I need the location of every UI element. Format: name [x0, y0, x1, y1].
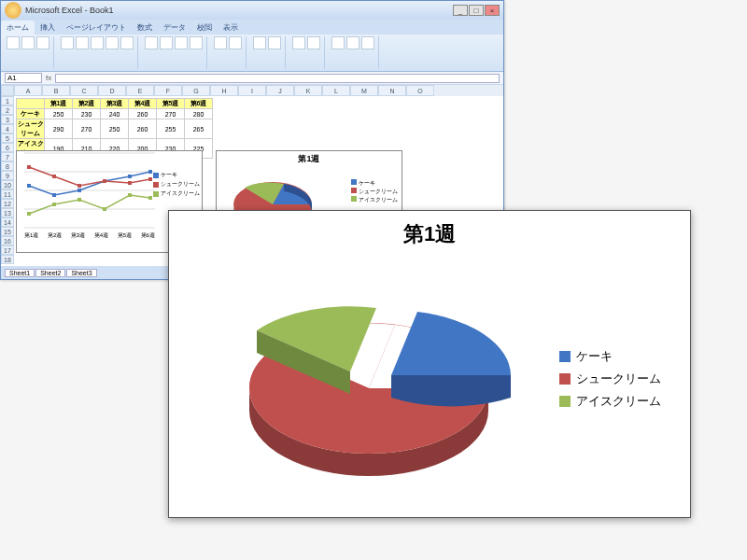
ribbon-tabs: ホーム 挿入 ページレイアウト 数式 データ 校閲 表示	[1, 20, 503, 35]
row-header[interactable]: 12	[1, 199, 14, 208]
cell[interactable]: 255	[157, 119, 185, 139]
office-button-icon[interactable]	[5, 2, 21, 19]
minimize-button[interactable]: _	[453, 5, 468, 16]
col-header[interactable]: O	[406, 85, 434, 96]
row-header[interactable]: 6	[1, 143, 14, 152]
col-header[interactable]: K	[294, 85, 322, 96]
row-label[interactable]: シュークリーム	[17, 119, 45, 139]
ribbon-tab-formulas[interactable]: 数式	[132, 21, 158, 35]
col-header[interactable]: J	[266, 85, 294, 96]
col-header[interactable]: L	[322, 85, 350, 96]
cell[interactable]: 290	[45, 119, 73, 139]
select-all-corner[interactable]	[1, 85, 14, 96]
col-header[interactable]: N	[378, 85, 406, 96]
copy-icon[interactable]	[36, 36, 49, 49]
close-button[interactable]: ×	[485, 5, 500, 16]
corner-cell[interactable]	[17, 99, 45, 109]
row-header[interactable]: 16	[1, 236, 14, 245]
italic-icon[interactable]	[76, 36, 89, 49]
delete-cell-icon[interactable]	[307, 36, 320, 49]
col-header[interactable]: B	[42, 85, 70, 96]
col-label[interactable]: 第3週	[101, 99, 129, 109]
conditional-format-icon[interactable]	[253, 36, 266, 49]
align-right-icon[interactable]	[175, 36, 188, 49]
maximize-button[interactable]: □	[469, 5, 484, 16]
col-label[interactable]: 第6週	[185, 99, 213, 109]
align-center-icon[interactable]	[160, 36, 173, 49]
row-label[interactable]: ケーキ	[17, 109, 45, 119]
col-header[interactable]: H	[210, 85, 238, 96]
find-icon[interactable]	[361, 36, 374, 49]
cell[interactable]: 230	[73, 109, 101, 119]
paste-icon[interactable]	[7, 36, 20, 49]
formula-input[interactable]	[55, 74, 500, 83]
row-header[interactable]: 7	[1, 152, 14, 161]
col-header[interactable]: I	[238, 85, 266, 96]
row-header[interactable]: 8	[1, 161, 14, 171]
row-header[interactable]: 1	[1, 96, 14, 105]
ribbon-tab-page-layout[interactable]: ページレイアウト	[61, 21, 132, 35]
cell[interactable]: 250	[45, 109, 73, 119]
col-label[interactable]: 第2週	[73, 99, 101, 109]
sort-icon[interactable]	[346, 36, 359, 49]
fill-color-icon[interactable]	[120, 36, 134, 49]
row-header[interactable]: 11	[1, 189, 14, 199]
align-left-icon[interactable]	[145, 36, 158, 49]
percent-icon[interactable]	[229, 36, 242, 49]
ribbon-tab-view[interactable]: 表示	[218, 21, 244, 35]
ribbon-tab-home[interactable]: ホーム	[1, 21, 35, 35]
col-label[interactable]: 第1週	[45, 99, 73, 109]
row-header[interactable]: 3	[1, 115, 14, 124]
sheet-tab[interactable]: Sheet1	[5, 269, 35, 277]
cut-icon[interactable]	[21, 36, 35, 49]
font-color-icon[interactable]	[106, 36, 119, 49]
row-header[interactable]: 2	[1, 105, 14, 115]
cell[interactable]: 260	[129, 109, 157, 119]
name-box[interactable]: A1	[5, 73, 42, 83]
ribbon-tab-data[interactable]: データ	[158, 21, 191, 35]
cell[interactable]: 280	[185, 109, 213, 119]
cell-styles-icon[interactable]	[268, 36, 281, 49]
col-header[interactable]: G	[182, 85, 210, 96]
bold-icon[interactable]	[61, 36, 74, 49]
title-bar[interactable]: Microsoft Excel - Book1 _ □ ×	[1, 1, 503, 20]
legend-mark-icon	[559, 373, 571, 385]
currency-icon[interactable]	[214, 36, 227, 49]
cell[interactable]: 240	[101, 109, 129, 119]
col-header[interactable]: F	[154, 85, 182, 96]
fx-icon[interactable]: fx	[46, 74, 51, 82]
col-label[interactable]: 第5週	[157, 99, 185, 109]
row-header[interactable]: 10	[1, 180, 14, 189]
row-headers: 1 2 3 4 5 6 7 8 9 10 11 12 13 14 15 16 1…	[1, 96, 14, 264]
row-header[interactable]: 14	[1, 217, 14, 227]
cell[interactable]: 270	[157, 109, 185, 119]
col-header[interactable]: E	[126, 85, 154, 96]
col-header[interactable]: M	[350, 85, 378, 96]
autosum-icon[interactable]	[331, 36, 345, 49]
sheet-tab[interactable]: Sheet2	[35, 269, 65, 277]
table-row: シュークリーム 290 270 250 260 255 265	[17, 119, 213, 139]
row-header[interactable]: 5	[1, 133, 14, 143]
col-label[interactable]: 第4週	[129, 99, 157, 109]
row-header[interactable]: 18	[1, 255, 14, 264]
ribbon-tab-insert[interactable]: 挿入	[35, 21, 61, 35]
cell[interactable]: 270	[73, 119, 101, 139]
cell[interactable]: 265	[185, 119, 213, 139]
col-header[interactable]: C	[70, 85, 98, 96]
row-header[interactable]: 15	[1, 227, 14, 236]
svg-rect-10	[148, 170, 152, 174]
ribbon-tab-review[interactable]: 校閲	[191, 21, 218, 35]
sheet-tab[interactable]: Sheet3	[66, 269, 96, 277]
cell[interactable]: 260	[129, 119, 157, 139]
merge-icon[interactable]	[190, 36, 203, 49]
row-header[interactable]: 4	[1, 124, 14, 133]
underline-icon[interactable]	[91, 36, 104, 49]
col-header[interactable]: D	[98, 85, 126, 96]
row-header[interactable]: 13	[1, 208, 14, 217]
row-header[interactable]: 17	[1, 245, 14, 255]
row-header[interactable]: 9	[1, 171, 14, 180]
cell[interactable]: 250	[101, 119, 129, 139]
insert-cell-icon[interactable]	[292, 36, 305, 49]
col-header[interactable]: A	[14, 85, 42, 96]
line-chart-legend: ケーキ シュークリーム アイスクリーム	[153, 170, 200, 199]
